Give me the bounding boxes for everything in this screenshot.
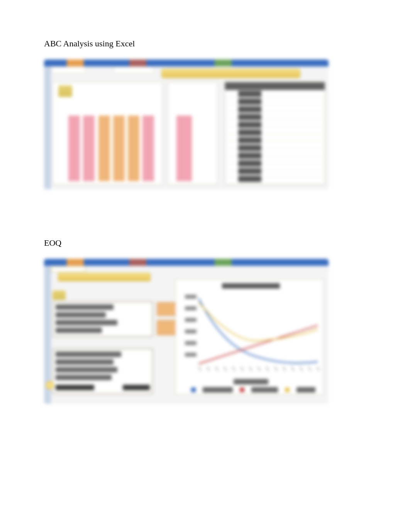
legend-swatch-total	[285, 388, 290, 392]
legend-label-ordering	[203, 387, 233, 393]
eoq-output-row-0	[56, 352, 121, 357]
svg-line-1	[207, 367, 210, 371]
svg-line-14	[317, 367, 319, 371]
abc-results-key-col	[238, 91, 261, 183]
svg-line-6	[249, 367, 252, 371]
figure-eoq	[44, 259, 329, 404]
eoq-tab[interactable]	[51, 267, 86, 272]
svg-line-4	[232, 367, 235, 371]
svg-line-10	[283, 367, 286, 371]
svg-line-5	[241, 367, 243, 371]
col-classB-1	[98, 116, 110, 181]
svg-line-12	[300, 367, 302, 371]
excel-ribbon-2	[44, 259, 329, 266]
abc-results-table	[225, 82, 325, 185]
legend-label-total	[296, 387, 315, 393]
heading-abc: ABC Analysis using Excel	[44, 39, 366, 49]
col-classB-2	[113, 116, 125, 181]
abc-input-card	[53, 82, 163, 185]
svg-line-3	[224, 367, 226, 371]
title-highlight	[161, 69, 300, 78]
svg-line-0	[199, 367, 201, 371]
eoq-output-row-1	[56, 359, 114, 365]
svg-line-2	[215, 367, 218, 371]
eoq-output-total-label	[56, 385, 94, 390]
eoq-input-card	[53, 301, 153, 337]
col-classA-3	[142, 116, 154, 181]
eoq-input-row-3	[56, 328, 102, 333]
abc-results-header	[225, 82, 325, 90]
tab-worksheet[interactable]	[52, 66, 86, 73]
eoq-output-card	[53, 348, 153, 394]
data-badge	[58, 85, 72, 97]
eoq-input-row-2	[56, 320, 117, 325]
col-classA-2	[83, 116, 95, 181]
eoq-input-row-0	[56, 304, 114, 310]
eoq-data-badge	[53, 291, 66, 300]
chart-legend	[191, 387, 315, 393]
eoq-output-row-3	[56, 375, 112, 380]
col-classB-3	[128, 116, 139, 181]
eoq-chart	[175, 279, 324, 395]
svg-line-8	[266, 367, 269, 371]
eoq-output-row-2	[56, 367, 117, 372]
chart-xlabel	[234, 379, 268, 384]
tab-abc-analysis[interactable]	[114, 66, 154, 73]
abc-mid-card	[168, 82, 218, 185]
svg-line-9	[275, 367, 277, 371]
eoq-xticks	[176, 279, 323, 394]
eoq-optimal-marker-icon	[46, 381, 54, 389]
row-gutter	[44, 66, 51, 189]
figure-abc-analysis	[44, 59, 329, 189]
svg-line-7	[258, 367, 260, 371]
svg-line-11	[291, 367, 294, 371]
svg-line-13	[308, 367, 311, 371]
eoq-input-row-1	[56, 312, 106, 318]
legend-label-holding	[251, 387, 278, 393]
eoq-output-total-value	[123, 385, 150, 390]
eoq-title-bar	[58, 273, 151, 281]
mid-col	[176, 116, 192, 181]
heading-eoq: EOQ	[44, 238, 366, 248]
legend-swatch-ordering	[191, 388, 196, 392]
legend-swatch-holding	[240, 388, 244, 392]
excel-ribbon	[44, 59, 329, 66]
col-classA-1	[68, 116, 80, 181]
